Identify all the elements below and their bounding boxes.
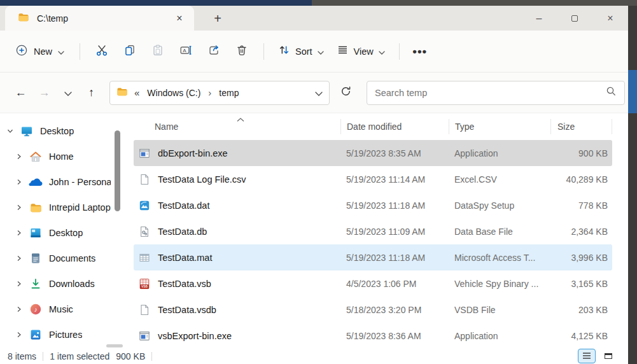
chevron-right-icon[interactable] [15, 204, 23, 211]
list-lines-icon [337, 44, 349, 59]
sidebar-item-onedrive-john[interactable]: John - Personal [0, 169, 127, 195]
sidebar-item-documents[interactable]: Documents [0, 246, 127, 271]
recent-locations-button[interactable] [56, 81, 80, 104]
column-header-date-modified[interactable]: Date modified [340, 119, 449, 134]
status-divider [151, 352, 152, 361]
refresh-icon [340, 85, 352, 100]
sidebar-item-desktop[interactable]: Desktop [0, 220, 127, 246]
thumbnail-view-icon [605, 353, 612, 359]
table-row[interactable]: TestData.vsdb 5/18/2023 3:20 PM VSDB Fil… [134, 297, 612, 323]
table-row[interactable]: vsbExport-bin.exe 5/19/2023 8:36 AM Appl… [134, 323, 612, 349]
main-content: Desktop Home John - Personal Intrepid La… [0, 113, 628, 349]
sidebar-item-home[interactable]: Home [0, 144, 127, 169]
breadcrumb-root[interactable]: Windows (C:) [144, 86, 203, 100]
svg-text:VSB: VSB [141, 285, 148, 288]
new-tab-button[interactable]: + [208, 9, 227, 28]
sidebar-item-music[interactable]: ♪ Music [0, 297, 127, 322]
svg-text:A: A [183, 47, 186, 53]
chevron-down-icon [64, 86, 72, 99]
dataspy-icon [138, 199, 151, 212]
tab-close-icon[interactable]: × [172, 11, 186, 25]
new-button[interactable]: New [8, 39, 72, 64]
sidebar-item-intrepid-laptop[interactable]: Intrepid Laptop [0, 195, 127, 220]
column-header-type[interactable]: Type [449, 119, 550, 134]
refresh-button[interactable] [332, 81, 359, 104]
sidebar-item-desktop-top[interactable]: Desktop [0, 118, 127, 144]
tab-c-temp[interactable]: C:\temp × [5, 6, 194, 31]
access-table-icon [138, 251, 151, 264]
view-button[interactable]: View [330, 39, 391, 64]
arrow-up-icon: ↑ [88, 86, 94, 99]
sidebar-item-downloads[interactable]: Downloads [0, 271, 127, 297]
details-view-button[interactable] [578, 349, 596, 363]
maximize-icon[interactable] [557, 6, 592, 31]
close-icon[interactable]: × [592, 6, 628, 31]
search-icon[interactable] [606, 86, 617, 99]
address-dropdown-icon[interactable] [315, 87, 323, 99]
desktop-screen-icon [29, 227, 43, 239]
column-header-size[interactable]: Size [550, 119, 612, 134]
sidebar-vertical-scrollbar[interactable] [115, 130, 120, 211]
table-row[interactable]: TestData Log File.csv 5/19/2023 11:14 AM… [134, 166, 612, 192]
search-input[interactable] [375, 88, 606, 98]
chevron-down-icon [379, 46, 385, 57]
explorer-window: C:\temp × + – × New [0, 6, 628, 364]
chevron-right-icon[interactable] [15, 179, 23, 185]
table-row[interactable]: TestData.dat 5/19/2023 11:18 AM DataSpy … [134, 192, 612, 218]
thumbnail-view-button[interactable] [599, 349, 617, 363]
file-explorer-window: C:\temp × + – × New [0, 0, 637, 364]
table-row[interactable]: dbExport-bin.exe 5/19/2023 8:35 AM Appli… [134, 140, 612, 166]
chevron-right-icon[interactable] [15, 281, 23, 287]
desktop-background-right [628, 6, 637, 364]
search-box [367, 81, 625, 105]
home-icon [29, 150, 43, 163]
pictures-icon [29, 328, 43, 341]
back-button[interactable]: ← [9, 81, 32, 104]
chevron-right-icon[interactable] [15, 306, 23, 312]
toolbar-divider [263, 43, 264, 60]
table-row[interactable]: TestData.db 5/19/2023 11:09 AM Data Base… [134, 218, 612, 244]
background-window-edge [628, 70, 637, 113]
details-view-icon [582, 351, 591, 361]
vsb-file-icon: VSB [138, 277, 151, 290]
share-button[interactable] [200, 39, 228, 64]
copy-button[interactable] [116, 39, 144, 64]
chevron-right-icon[interactable] [15, 230, 23, 236]
breadcrumb-overflow[interactable]: « [134, 87, 139, 98]
up-button[interactable]: ↑ [80, 81, 103, 104]
column-headers: Name Date modified Type Size [134, 113, 612, 140]
paste-button[interactable] [144, 39, 172, 64]
desktop-monitor-icon [20, 125, 34, 137]
selection-count: 1 item selected [50, 351, 109, 361]
navigation-bar: ← → ↑ « Windows (C:) › temp [0, 73, 628, 113]
chevron-down-icon[interactable] [6, 129, 14, 134]
table-row[interactable]: VSBTestData.vsb 4/5/2023 1:06 PM Vehicle… [134, 270, 612, 297]
database-file-icon [138, 225, 151, 238]
sidebar-item-pictures[interactable]: Pictures [0, 322, 127, 347]
downloads-icon [29, 277, 43, 290]
rename-button[interactable]: A [172, 39, 200, 64]
address-bar[interactable]: « Windows (C:) › temp [109, 81, 330, 105]
more-options-button[interactable]: ••• [407, 39, 433, 64]
delete-button[interactable] [228, 39, 256, 64]
chevron-right-icon[interactable] [15, 255, 23, 262]
share-icon [207, 44, 220, 59]
breadcrumb-current[interactable]: temp [216, 86, 241, 100]
chevron-right-icon[interactable] [15, 153, 23, 160]
forward-button[interactable]: → [32, 81, 56, 104]
command-toolbar: New A [0, 31, 628, 73]
trash-icon [235, 44, 248, 59]
minimize-icon[interactable]: – [521, 6, 557, 31]
arrow-right-icon: → [39, 86, 50, 99]
window-controls: – × [521, 6, 628, 31]
table-row[interactable]: TestData.mat 5/19/2023 11:18 AM Microsof… [134, 244, 612, 270]
chevron-right-icon[interactable] [15, 332, 23, 338]
folder-icon [29, 201, 43, 214]
music-icon: ♪ [29, 303, 43, 316]
cut-button[interactable] [88, 39, 116, 64]
sidebar-horizontal-scrollbar[interactable] [106, 344, 123, 347]
sort-arrows-icon [278, 44, 290, 59]
navigation-pane: Desktop Home John - Personal Intrepid La… [0, 113, 127, 349]
sort-button[interactable]: Sort [272, 39, 330, 64]
clipboard-paste-icon [151, 44, 164, 59]
